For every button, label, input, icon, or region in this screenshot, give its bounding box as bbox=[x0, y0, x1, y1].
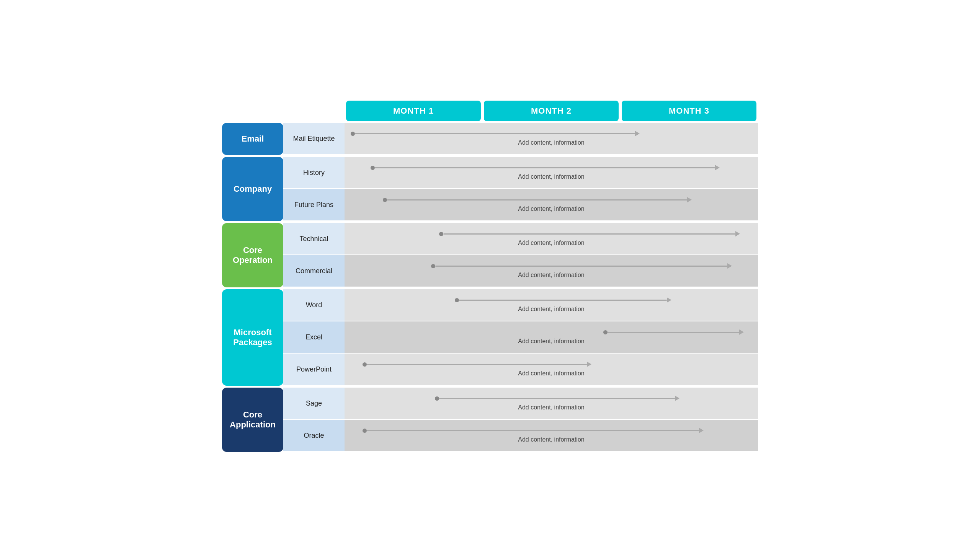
row-email-0: Email Mail Etiquette bbox=[222, 123, 758, 155]
gantt-bar-core-app-1: Add content, information bbox=[345, 420, 758, 452]
sub-core-app-1: Oracle bbox=[283, 420, 345, 452]
category-company: Company bbox=[222, 157, 283, 221]
header-spacer-2 bbox=[283, 99, 345, 123]
gantt-bar-company-0: Add content, information bbox=[345, 157, 758, 189]
row-core-app-1: Oracle bbox=[222, 420, 758, 452]
sub-core-op-0: Technical bbox=[283, 223, 345, 255]
gantt-bar-ms-2: Add content, information bbox=[345, 354, 758, 386]
gantt-bar-core-app-0: Add content, information bbox=[345, 388, 758, 420]
sub-company-1: Future Plans bbox=[283, 189, 345, 221]
category-ms: MicrosoftPackages bbox=[222, 289, 283, 386]
row-company-1: Future Plans bbox=[222, 189, 758, 221]
category-core-op: CoreOperation bbox=[222, 223, 283, 287]
row-ms-0: MicrosoftPackages Word bbox=[222, 289, 758, 321]
gantt-bar-ms-1: Add content, information bbox=[345, 321, 758, 354]
gantt-bar-core-op-0: Add content, information bbox=[345, 223, 758, 255]
month1-header: MONTH 1 bbox=[345, 99, 482, 123]
gantt-bar-core-op-1: Add content, information bbox=[345, 255, 758, 287]
month2-header: MONTH 2 bbox=[482, 99, 620, 123]
sub-ms-1: Excel bbox=[283, 321, 345, 354]
sub-ms-2: PowerPoint bbox=[283, 354, 345, 386]
row-ms-1: Excel bbox=[222, 321, 758, 354]
month3-header: MONTH 3 bbox=[620, 99, 758, 123]
header-spacer-1 bbox=[222, 99, 283, 123]
sub-core-app-0: Sage bbox=[283, 388, 345, 420]
category-email: Email bbox=[222, 123, 283, 155]
row-company-0: Company History bbox=[222, 157, 758, 189]
category-core-app: CoreApplication bbox=[222, 388, 283, 452]
sub-ms-0: Word bbox=[283, 289, 345, 321]
sub-core-op-1: Commercial bbox=[283, 255, 345, 287]
gantt-bar-ms-0: Add content, information bbox=[345, 289, 758, 321]
row-core-app-0: CoreApplication Sage bbox=[222, 388, 758, 420]
gantt-chart: MONTH 1 MONTH 2 MONTH 3 Email Mail Etiqu… bbox=[222, 99, 758, 452]
row-ms-2: PowerPoint bbox=[222, 354, 758, 386]
sub-company-0: History bbox=[283, 157, 345, 189]
row-core-op-0: CoreOperation Technical bbox=[222, 223, 758, 255]
row-core-op-1: Commercial bbox=[222, 255, 758, 287]
gantt-bar-company-1: Add content, information bbox=[345, 189, 758, 221]
gantt-bar-email-0: Add content, information bbox=[345, 123, 758, 155]
sub-email-0: Mail Etiquette bbox=[283, 123, 345, 155]
